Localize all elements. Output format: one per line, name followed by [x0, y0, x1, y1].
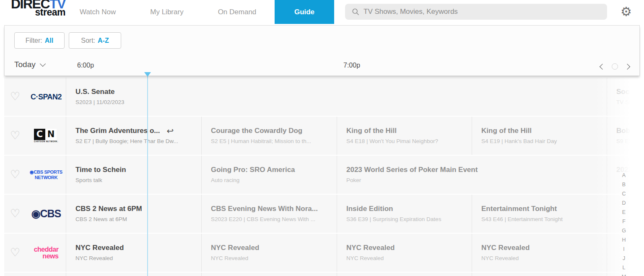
program-cell[interactable]: CBS 2 News at 6PMCBS 2 News at 6PM — [66, 195, 201, 233]
page-back-icon[interactable] — [600, 63, 605, 69]
nav-item-on-demand[interactable]: On Demand — [218, 8, 257, 16]
program-title: NYC Revealed — [211, 244, 259, 252]
program-cell — [472, 273, 607, 276]
channel-logo-cell[interactable]: cheddarnews — [26, 234, 66, 272]
channel-row: ♡CNCARTOON NETWORK.The Grim Adventures o… — [4, 117, 644, 155]
program-subtitle: S2023 | 11/02/2023 — [75, 99, 600, 105]
alphabet-letter-H[interactable]: H — [620, 235, 628, 245]
channel-logo-cell[interactable]: ◉CBS SPORTSNETWORK — [26, 156, 66, 194]
program-cell[interactable]: Entertainment TonightS43 E46 | Entertain… — [472, 195, 607, 233]
program-subtitle: Auto racing — [211, 177, 330, 183]
program-cell[interactable]: Going Pro: SRO AmericaAuto racing — [201, 156, 337, 194]
time-slot-label: 6:00p — [77, 62, 94, 69]
channel-logo-cheddar: cheddarnews — [34, 246, 59, 259]
right-fade-overlay — [595, 76, 644, 276]
page-forward-icon[interactable] — [624, 63, 630, 69]
tab-guide[interactable]: Guide — [275, 0, 334, 24]
now-dot-icon[interactable] — [612, 63, 618, 70]
program-title: Time to Schein — [75, 166, 126, 174]
program-cell[interactable]: King of the HillS4 E18 | Won't You Pimai… — [337, 117, 472, 155]
program-title: Entertainment Tonight — [481, 205, 557, 213]
program-title: U.S. Senate — [75, 88, 115, 96]
program-cell[interactable]: NYC RevealedNYC Revealed — [66, 234, 201, 272]
alphabet-letter-B[interactable]: B — [620, 180, 628, 189]
alphabet-letter-C[interactable]: C — [620, 189, 628, 198]
program-subtitle: NYC Revealed — [346, 255, 465, 261]
search-input[interactable]: TV Shows, Movies, Keywords — [345, 4, 607, 20]
program-subtitle: Sports talk — [75, 177, 195, 183]
current-time-line — [147, 76, 148, 276]
program-cell[interactable]: Inside EditionS36 E39 | Surprising Expir… — [337, 195, 472, 233]
timeline-pager — [600, 63, 629, 70]
favorite-heart-icon[interactable]: ♡ — [10, 168, 20, 181]
program-cell[interactable]: Courage the Cowardly DogS2 E5 | Human Ha… — [201, 117, 337, 155]
program-cell — [66, 273, 201, 276]
channel-logo-cbs: ◉CBS — [31, 208, 61, 219]
program-cell[interactable]: NYC RevealedNYC Revealed — [201, 234, 337, 272]
channel-logo-cn: CNCARTOON NETWORK. — [34, 129, 58, 143]
filter-button[interactable]: Filter: All — [14, 32, 65, 49]
alphabet-letter-F[interactable]: F — [620, 217, 628, 226]
channel-logo-cell[interactable]: ◉CBS — [26, 195, 66, 233]
program-cell[interactable]: 2023 World Series of Poker Main EventPok… — [337, 156, 607, 194]
channel-row-partial — [4, 273, 644, 276]
search-icon — [352, 8, 359, 16]
sort-button[interactable]: Sort: A-Z — [69, 32, 121, 49]
program-subtitle: Poker — [346, 177, 600, 183]
time-slot-label: 7:00p — [343, 62, 360, 69]
alphabet-letter-E[interactable]: E — [620, 208, 628, 217]
favorite-heart-icon[interactable]: ♡ — [10, 90, 20, 103]
program-cell[interactable]: CBS Evening News With Nora...S2023 E220 … — [201, 195, 337, 233]
alphabet-letter-L[interactable]: L — [620, 263, 628, 272]
program-subtitle: S2 E5 | Human Habitrail; Mission to th..… — [211, 138, 330, 144]
sort-value: A-Z — [98, 37, 109, 44]
top-navigation: DIRECTV stream Watch NowMy LibraryOn Dem… — [0, 0, 644, 24]
alphabet-letter-J[interactable]: J — [620, 254, 628, 263]
program-title: NYC Revealed — [75, 244, 124, 252]
sort-label: Sort: — [81, 37, 95, 44]
nav-links: Watch NowMy LibraryOn Demand — [80, 0, 256, 24]
program-title: Going Pro: SRO America — [211, 166, 295, 174]
program-cell[interactable]: NYC RevealedNYC Revealed — [472, 234, 607, 272]
program-cell — [337, 273, 472, 276]
program-cell[interactable]: The Grim Adventures o...↩S2 E7 | Bully B… — [66, 117, 201, 155]
program-subtitle: S4 E18 | Won't You Pimai Neighbor? — [346, 138, 465, 144]
chevron-down-icon — [40, 60, 46, 66]
program-title: CBS 2 News at 6PM — [75, 205, 142, 213]
channel-logo-cell[interactable]: CNCARTOON NETWORK. — [26, 117, 66, 155]
nav-item-my-library[interactable]: My Library — [150, 8, 183, 16]
alphabet-letter-D[interactable]: D — [620, 198, 628, 208]
alphabet-letter-A[interactable]: A — [620, 171, 628, 180]
search-placeholder: TV Shows, Movies, Keywords — [364, 8, 458, 16]
program-subtitle: CBS 2 News at 6PM — [75, 216, 195, 222]
program-subtitle: NYC Revealed — [75, 255, 195, 261]
alphabet-letter-M[interactable]: M — [620, 272, 628, 276]
channel-row: ♡◉CBSCBS 2 News at 6PMCBS 2 News at 6PMC… — [4, 195, 644, 233]
program-subtitle: NYC Revealed — [481, 255, 600, 261]
filter-label: Filter: — [26, 37, 42, 44]
program-title: Inside Edition — [346, 205, 393, 213]
favorite-heart-icon[interactable]: ♡ — [10, 246, 20, 259]
program-cell[interactable]: Time to ScheinSports talk — [66, 156, 201, 194]
settings-gear-icon[interactable]: ⚙ — [621, 5, 632, 19]
channel-logo-cspan2: C·SPAN2 — [31, 93, 62, 101]
directv-stream-logo[interactable]: DIRECTV stream — [11, 0, 65, 17]
program-subtitle: S2 E7 | Bully Boogie; Here Thar Be Dw... — [75, 138, 195, 144]
program-title: NYC Revealed — [481, 244, 530, 252]
favorite-heart-icon[interactable]: ♡ — [10, 207, 20, 220]
program-title: King of the Hill — [481, 127, 532, 135]
channel-logo-cell[interactable]: C·SPAN2 — [26, 78, 66, 116]
alphabet-letter-G[interactable]: G — [620, 226, 628, 235]
day-selector[interactable]: Today — [14, 60, 45, 69]
program-cell[interactable]: King of the HillS4 E19 | Hank's Bad Hair… — [472, 117, 607, 155]
program-title: Courage the Cowardly Dog — [211, 127, 302, 135]
nav-item-watch-now[interactable]: Watch Now — [80, 8, 116, 16]
favorite-heart-icon[interactable]: ♡ — [10, 129, 20, 142]
program-cell[interactable]: NYC RevealedNYC Revealed — [337, 234, 472, 272]
alphabet-letter-I[interactable]: I — [620, 245, 628, 254]
program-subtitle: S4 E19 | Hank's Bad Hair Day — [481, 138, 600, 144]
channel-row: ♡cheddarnewsNYC RevealedNYC RevealedNYC … — [4, 234, 644, 272]
program-subtitle: NYC Revealed — [211, 255, 330, 261]
program-title: CBS Evening News With Nora... — [211, 205, 318, 213]
program-title: NYC Revealed — [346, 244, 395, 252]
